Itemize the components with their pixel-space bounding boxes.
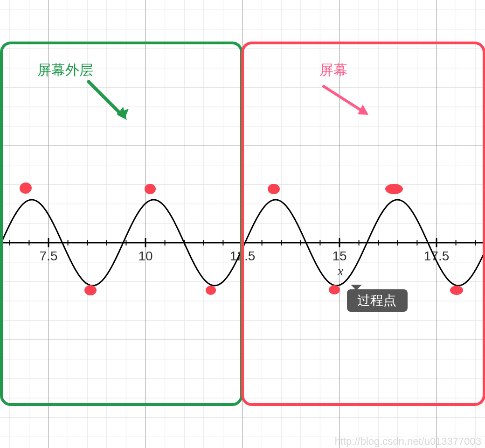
region-outer-screen — [1, 43, 242, 405]
diagram-canvas: 7.5 10 12.5 15 17.5 x 屏幕外层 屏幕 过程 — [0, 0, 485, 448]
tick-label: 15 — [332, 249, 346, 263]
region-screen — [242, 43, 484, 405]
svg-point-79 — [206, 286, 216, 295]
outer-screen-annotation: 屏幕外层 — [37, 62, 129, 120]
svg-line-85 — [324, 86, 364, 112]
process-point-label: 过程点 — [357, 293, 396, 308]
tick-label: 10 — [138, 249, 152, 263]
watermark-text: http://blog.csdn.net/u013377003 — [335, 435, 481, 447]
axis-variable-x: x — [337, 264, 344, 278]
svg-point-80 — [329, 285, 340, 294]
outer-screen-label: 屏幕外层 — [37, 62, 93, 77]
svg-point-76 — [268, 184, 280, 194]
svg-point-75 — [145, 184, 156, 194]
process-point-tooltip: 过程点 — [347, 285, 408, 312]
svg-point-81 — [450, 286, 463, 295]
screen-label: 屏幕 — [319, 62, 347, 77]
svg-line-82 — [89, 82, 121, 114]
svg-point-74 — [19, 182, 33, 195]
svg-point-78 — [84, 285, 97, 295]
tick-label: 7.5 — [40, 249, 58, 263]
svg-point-77 — [385, 184, 403, 194]
